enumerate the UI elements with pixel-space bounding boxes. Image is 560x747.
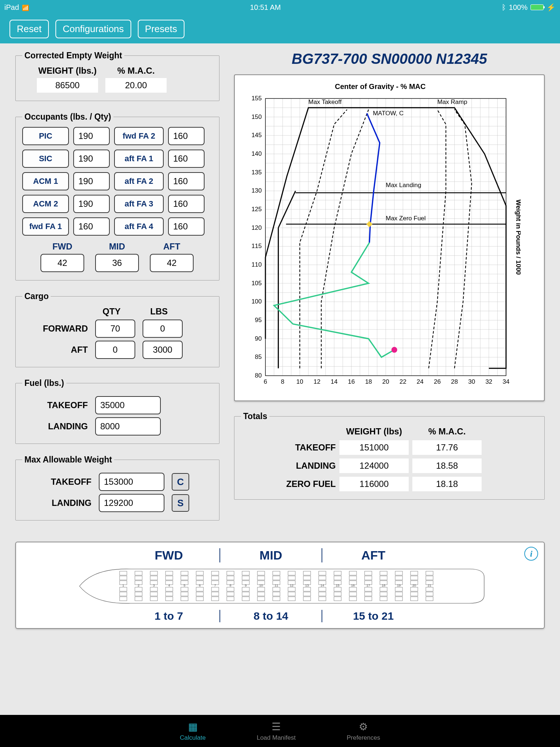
svg-rect-127 [166, 576, 173, 580]
occ-mid-input[interactable]: 36 [95, 254, 139, 272]
svg-rect-242 [411, 592, 418, 596]
totals-landing-weight: 124000 [339, 458, 409, 473]
occ-input[interactable]: 160 [168, 150, 205, 168]
configurations-button[interactable]: Configurations [55, 20, 131, 38]
svg-rect-192 [303, 587, 311, 591]
occ-fwd-input[interactable]: 42 [40, 254, 84, 272]
cargo-aft-qty-input[interactable]: 0 [95, 341, 135, 359]
max-allowable-weight-group: Max Allowable Weight TAKEOFF 153000 C LA… [15, 455, 219, 520]
svg-text:Weight in Pounds / 1000: Weight in Pounds / 1000 [515, 200, 521, 275]
svg-rect-225 [380, 576, 387, 580]
svg-rect-166 [242, 597, 249, 601]
svg-text:9: 9 [245, 584, 246, 587]
svg-rect-154 [227, 571, 234, 575]
occ-fwd-header: FWD [40, 241, 84, 252]
maw-s-button[interactable]: S [172, 494, 189, 512]
totals-zerofuel-weight: 116000 [339, 477, 409, 491]
occ-label[interactable]: aft FA 1 [114, 150, 164, 168]
svg-rect-105 [120, 571, 127, 575]
totals-weight-header: WEIGHT (lbs) [339, 426, 409, 437]
svg-rect-236 [395, 597, 402, 601]
svg-text:13: 13 [305, 584, 309, 587]
svg-text:14: 14 [331, 378, 338, 385]
occ-label[interactable]: SIC [22, 150, 69, 168]
device-label: iPad [4, 3, 19, 12]
svg-text:Max Landing: Max Landing [386, 182, 421, 189]
svg-rect-194 [303, 597, 311, 601]
occ-label[interactable]: fwd FA 2 [114, 127, 164, 145]
tab-calculate[interactable]: ▦ Calculate [180, 721, 206, 742]
presets-button[interactable]: Presets [138, 20, 184, 38]
svg-rect-186 [288, 592, 295, 596]
svg-rect-189 [303, 571, 311, 575]
svg-rect-169 [257, 576, 265, 580]
maw-landing-label: LANDING [22, 498, 92, 508]
svg-rect-199 [319, 587, 326, 591]
svg-text:16: 16 [348, 378, 355, 385]
svg-rect-165 [242, 592, 249, 596]
fuel-takeoff-input[interactable]: 35000 [95, 396, 161, 414]
svg-rect-243 [411, 597, 418, 601]
occ-input[interactable]: 160 [168, 217, 205, 236]
maw-landing-input[interactable]: 129200 [99, 494, 164, 512]
occ-input[interactable]: 160 [73, 217, 110, 236]
svg-rect-110 [120, 597, 127, 601]
seat-fwd-range: 1 to 7 [118, 610, 220, 622]
svg-rect-250 [426, 597, 433, 601]
occ-input[interactable]: 190 [73, 127, 110, 145]
svg-text:90: 90 [255, 335, 262, 342]
load-manifest-icon: ☰ [272, 721, 281, 733]
svg-rect-197 [319, 576, 326, 580]
seat-fwd-header: FWD [118, 548, 220, 562]
svg-text:21: 21 [428, 584, 431, 587]
svg-text:26: 26 [434, 378, 441, 385]
occ-label[interactable]: aft FA 3 [114, 195, 164, 213]
svg-rect-122 [150, 587, 158, 591]
fuel-landing-input[interactable]: 8000 [95, 417, 161, 436]
tab-preferences[interactable]: ⚙ Preferences [347, 721, 380, 742]
fuel-takeoff-label: TAKEOFF [22, 400, 88, 410]
cargo-fwd-lbs-input[interactable]: 0 [143, 320, 183, 338]
tab-load-manifest[interactable]: ☰ Load Manifest [257, 721, 296, 742]
svg-text:5: 5 [183, 584, 185, 587]
svg-text:28: 28 [451, 378, 458, 385]
cargo-aft-lbs-input[interactable]: 3000 [143, 341, 183, 359]
svg-rect-164 [242, 587, 249, 591]
svg-rect-116 [135, 592, 142, 596]
occ-input[interactable]: 160 [168, 172, 205, 190]
occ-input[interactable]: 190 [73, 150, 110, 168]
occ-input[interactable]: 160 [168, 127, 205, 145]
occ-label[interactable]: ACM 1 [22, 172, 69, 190]
svg-text:80: 80 [255, 372, 262, 379]
cargo-aft-label: AFT [22, 345, 88, 355]
svg-rect-229 [380, 597, 387, 601]
svg-rect-133 [181, 571, 188, 575]
cargo-fwd-qty-input[interactable]: 70 [95, 320, 135, 338]
svg-text:32: 32 [485, 378, 492, 385]
occ-aft-input[interactable]: 42 [150, 254, 194, 272]
svg-text:Center of Gravity - % MAC: Center of Gravity - % MAC [335, 82, 426, 90]
svg-text:8: 8 [281, 378, 284, 385]
info-icon[interactable]: i [524, 547, 538, 561]
reset-button[interactable]: Reset [9, 20, 49, 38]
occ-label[interactable]: PIC [22, 127, 69, 145]
occ-label[interactable]: fwd FA 1 [22, 217, 69, 236]
svg-rect-231 [395, 571, 402, 575]
svg-text:100: 100 [252, 298, 262, 305]
svg-rect-129 [166, 587, 173, 591]
occ-input[interactable]: 190 [73, 172, 110, 190]
svg-rect-158 [227, 592, 234, 596]
maw-c-button[interactable]: C [172, 473, 189, 491]
svg-rect-210 [349, 571, 357, 575]
occ-label[interactable]: ACM 2 [22, 195, 69, 213]
toolbar: Reset Configurations Presets [0, 15, 560, 43]
maw-takeoff-input[interactable]: 153000 [99, 473, 164, 491]
occ-label[interactable]: aft FA 2 [114, 172, 164, 190]
svg-rect-178 [273, 587, 280, 591]
occ-input[interactable]: 160 [168, 195, 205, 213]
clock: 10:51 AM [250, 3, 281, 12]
occ-input[interactable]: 190 [73, 195, 110, 213]
occ-label[interactable]: aft FA 4 [114, 217, 164, 236]
svg-rect-227 [380, 587, 387, 591]
svg-point-99 [392, 347, 397, 353]
